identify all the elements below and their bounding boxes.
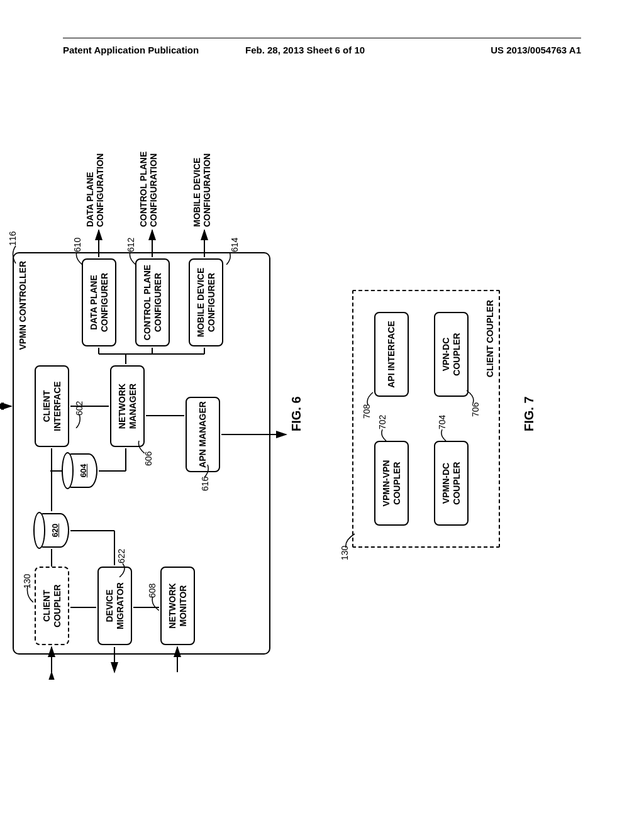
- apn-manager-box: APN MANAGER: [186, 397, 220, 472]
- header-center: Feb. 28, 2013 Sheet 6 of 10: [245, 45, 365, 55]
- vpmn-vpn-coupler-box: VPMN-VPN COUPLER: [374, 441, 409, 526]
- ref-608: 608: [147, 584, 157, 598]
- ref-706: 706: [470, 402, 480, 417]
- ref-610: 610: [72, 238, 82, 252]
- ref-622: 622: [116, 549, 126, 563]
- ref-708: 708: [362, 404, 372, 419]
- ref-116: 116: [8, 231, 18, 246]
- ref-702: 702: [377, 415, 387, 429]
- api-interface-box: API INTERFACE: [374, 312, 409, 397]
- ref-616: 616: [200, 477, 210, 491]
- ref-704: 704: [437, 415, 447, 429]
- output-control-plane: CONTROL PLANE CONFIGURATION: [138, 133, 158, 227]
- header-left: Patent Application Publication: [63, 45, 199, 55]
- vpmn-controller-title: VPMN CONTROLLER: [18, 261, 28, 350]
- db-620: 620: [35, 513, 69, 548]
- network-manager-box: NETWORK MANAGER: [110, 365, 145, 447]
- diagram-content: VPMN CONTROLLER 116 CLIENT COUPLER 130 D…: [0, 170, 644, 680]
- ref-614: 614: [230, 238, 240, 252]
- vpmn-dc-coupler-box: VPMN-DC COUPLER: [434, 441, 469, 526]
- client-interface-box: CLIENT INTERFACE: [35, 365, 69, 447]
- ref-130: 130: [22, 574, 32, 589]
- vpn-dc-coupler-box: VPN-DC COUPLER: [434, 312, 469, 397]
- page: Patent Application Publication Feb. 28, …: [63, 38, 581, 792]
- ref-602: 602: [74, 401, 84, 416]
- mobile-device-configurer-box: MOBILE DEVICE CONFIGURER: [189, 258, 223, 346]
- output-mobile-device: MOBILE DEVICE CONFIGURATION: [192, 133, 212, 227]
- client-coupler-box: CLIENT COUPLER: [35, 567, 69, 645]
- network-monitor-box: NETWORK MONITOR: [160, 567, 195, 645]
- data-plane-configurer-box: DATA PLANE CONFIGURER: [82, 258, 116, 346]
- db-604: 604: [63, 453, 97, 488]
- ref-130b: 130: [340, 546, 350, 560]
- output-data-plane: DATA PLANE CONFIGURATION: [85, 139, 105, 227]
- fig6-caption: FIG. 6: [289, 396, 304, 431]
- fig7-caption: FIG. 7: [522, 396, 536, 431]
- ref-606: 606: [143, 451, 153, 466]
- device-migrator-box: DEVICE MIGRATOR: [97, 567, 132, 645]
- control-plane-configurer-box: CONTROL PLANE CONFIGURER: [135, 258, 170, 346]
- client-coupler-title: CLIENT COUPLER: [485, 300, 495, 377]
- header-right: US 2013/0054763 A1: [491, 45, 581, 55]
- ref-612: 612: [126, 238, 136, 252]
